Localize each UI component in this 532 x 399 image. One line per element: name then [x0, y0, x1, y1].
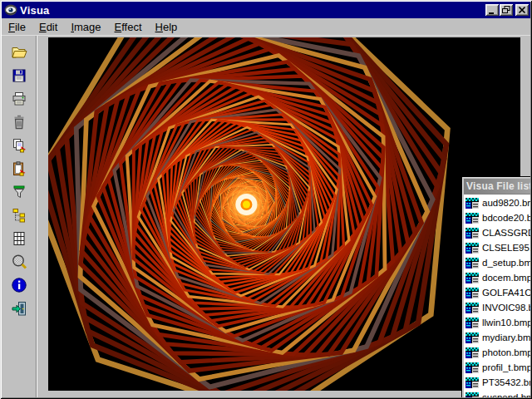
- exit-icon: [11, 300, 27, 317]
- menu-item-file[interactable]: File: [2, 19, 32, 35]
- bmp-file-icon: [466, 213, 479, 224]
- visua-app-window: { "window": { "title": "Visua", "icon": …: [0, 0, 532, 399]
- bmp-file-icon: [466, 228, 479, 239]
- visua-eye-icon: [4, 3, 17, 17]
- filter-icon: [11, 184, 27, 200]
- file-name: suspend.bmp: [482, 392, 530, 397]
- file-list-item[interactable]: photon.bmp: [466, 345, 530, 360]
- open-folder-button[interactable]: [7, 42, 32, 62]
- bmp-file-icon: [466, 377, 479, 388]
- zoom-button[interactable]: [7, 252, 32, 272]
- minimize-icon: [487, 5, 497, 15]
- fractal-image: [48, 37, 520, 391]
- paste-image-icon: [11, 160, 27, 177]
- image-canvas: [48, 37, 520, 391]
- client-area: Visua File list aud9820.bmpbdcode20.bmCL…: [2, 36, 530, 397]
- file-list-item[interactable]: llwin10.bmp: [466, 315, 530, 330]
- file-name: CLASSGRD.b: [482, 228, 530, 238]
- file-list-title-bar[interactable]: Visua File list: [464, 179, 530, 194]
- restore-button[interactable]: [500, 4, 513, 16]
- file-name: bdcode20.bm: [482, 213, 530, 223]
- info-button[interactable]: [7, 275, 32, 295]
- file-list-item[interactable]: GOLFA41C.b: [466, 285, 530, 300]
- bmp-file-icon: [466, 318, 479, 328]
- file-list-item[interactable]: profil_t.bmp: [466, 360, 530, 375]
- thumbnail-grid-icon: [11, 230, 27, 247]
- close-button[interactable]: [515, 4, 529, 16]
- file-list-item[interactable]: d_setup.bmp: [466, 255, 530, 270]
- file-name: llwin10.bmp: [482, 318, 530, 328]
- file-list-item[interactable]: docem.bmp: [466, 270, 530, 285]
- bmp-file-icon: [466, 198, 479, 209]
- window-title: Visua: [20, 4, 485, 17]
- minimize-button[interactable]: [485, 4, 499, 16]
- restore-icon: [501, 5, 511, 15]
- menu-item-help[interactable]: Help: [149, 19, 185, 35]
- file-name: mydiary.bmp: [482, 332, 530, 342]
- file-name: docem.bmp: [482, 273, 530, 283]
- file-list-item[interactable]: suspend.bmp: [466, 390, 530, 397]
- zoom-icon: [11, 254, 27, 270]
- copy-image-button[interactable]: [7, 135, 32, 155]
- file-list: aud9820.bmpbdcode20.bmCLASSGRD.bCLSELE95…: [464, 194, 530, 397]
- info-icon: [11, 277, 27, 293]
- file-name: photon.bmp: [482, 347, 530, 357]
- file-list-item[interactable]: aud9820.bmp: [466, 195, 530, 210]
- file-list-item[interactable]: INVOIC98.bm: [466, 300, 530, 315]
- bmp-file-icon: [466, 273, 479, 283]
- file-list-item[interactable]: CLASSGRD.b: [466, 225, 530, 240]
- delete-button[interactable]: [7, 112, 32, 132]
- file-name: INVOIC98.bm: [482, 303, 530, 313]
- exit-button[interactable]: [7, 298, 32, 318]
- file-tree-button[interactable]: [7, 205, 32, 225]
- menu-item-image[interactable]: Image: [64, 19, 107, 35]
- close-icon: [517, 5, 527, 15]
- print-button[interactable]: [7, 89, 32, 109]
- file-name: CLSELE95.bm: [482, 243, 530, 253]
- bmp-file-icon: [466, 362, 479, 373]
- file-tree-icon: [11, 207, 27, 224]
- file-list-item[interactable]: CLSELE95.bm: [466, 240, 530, 255]
- bmp-file-icon: [466, 392, 479, 398]
- bmp-file-icon: [466, 332, 479, 343]
- title-bar[interactable]: Visua: [2, 2, 530, 18]
- file-list-item[interactable]: bdcode20.bm: [466, 210, 530, 225]
- menu-bar: FileEditImageEffectHelp: [2, 18, 530, 36]
- file-list-item[interactable]: mydiary.bmp: [466, 330, 530, 345]
- file-name: aud9820.bmp: [482, 198, 530, 208]
- copy-image-icon: [11, 137, 27, 154]
- file-list-item[interactable]: PT35432.bmp: [466, 375, 530, 390]
- bmp-file-icon: [466, 303, 479, 313]
- toolbar: [2, 36, 37, 397]
- bmp-file-icon: [466, 347, 479, 358]
- file-name: profil_t.bmp: [482, 362, 530, 372]
- filter-button[interactable]: [7, 182, 32, 202]
- thumbnail-grid-button[interactable]: [7, 229, 32, 249]
- bmp-file-icon: [466, 243, 479, 254]
- menu-item-effect[interactable]: Effect: [108, 19, 149, 35]
- menu-item-edit[interactable]: Edit: [32, 19, 64, 35]
- save-icon: [11, 67, 27, 84]
- paste-image-button[interactable]: [7, 159, 32, 179]
- file-list-window: Visua File list aud9820.bmpbdcode20.bmCL…: [461, 176, 530, 397]
- file-name: GOLFA41C.b: [482, 288, 530, 298]
- bmp-file-icon: [466, 288, 479, 298]
- open-folder-icon: [11, 44, 27, 61]
- delete-icon: [11, 114, 27, 131]
- bmp-file-icon: [466, 258, 479, 268]
- file-name: d_setup.bmp: [482, 258, 530, 268]
- print-icon: [11, 91, 27, 107]
- save-button[interactable]: [7, 66, 32, 86]
- file-name: PT35432.bmp: [482, 377, 530, 387]
